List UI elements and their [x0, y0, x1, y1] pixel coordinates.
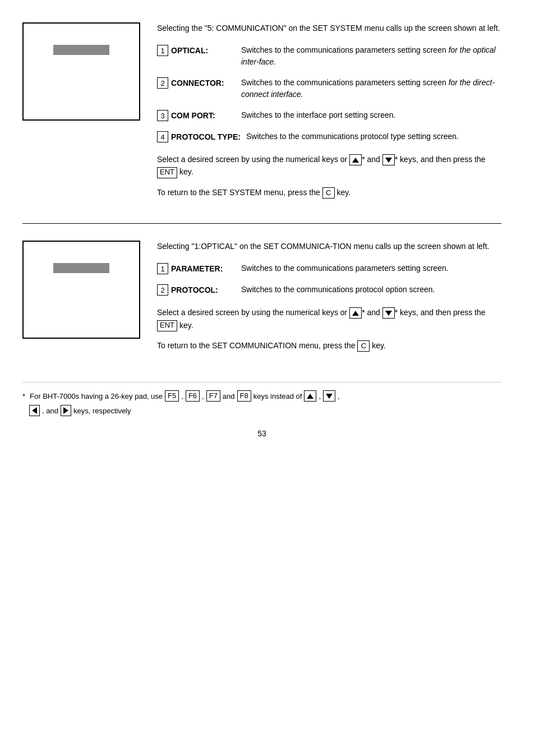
- menu-item-optical: 1 OPTICAL: Switches to the communication…: [157, 44, 501, 68]
- c-key-bottom: C: [357, 340, 370, 352]
- menu-num-4: 4: [157, 131, 168, 142]
- left-arrow-footnote: [29, 405, 40, 416]
- footnote-text-1: For BHT-7000s having a 26-key pad, use: [30, 390, 163, 403]
- right-arrow-footnote: [61, 405, 71, 416]
- menu-item-comport: 3 COM PORT: Switches to the interface po…: [157, 109, 501, 122]
- menu-label-connector: CONNECTOR:: [168, 77, 241, 89]
- bottom-screen-bar: [53, 263, 109, 273]
- footnote-comma-2: ,: [202, 390, 204, 403]
- menu-num-2: 2: [157, 77, 168, 89]
- menu-desc-parameter: Switches to the communications parameter…: [241, 262, 501, 274]
- up-arrow-icon-bottom: [352, 311, 359, 316]
- footnote-text-4: keys, respectively: [73, 405, 131, 417]
- menu-desc-protocol: Switches to the communications protocol …: [241, 284, 501, 296]
- footnote-section: * For BHT-7000s having a 26-key pad, use…: [22, 382, 501, 417]
- f8-key: F8: [237, 390, 251, 402]
- menu-label-comport: COM PORT:: [168, 110, 241, 122]
- f5-key: F5: [165, 390, 179, 402]
- top-intro: Selecting the "5: COMMUNICATION" on the …: [157, 22, 501, 34]
- down-arrow-footnote: [323, 390, 335, 402]
- footnote-line-2: , and keys, respectively: [22, 405, 501, 417]
- top-screen-bar: [53, 45, 109, 55]
- top-content: Selecting the "5: COMMUNICATION" on the …: [157, 22, 501, 206]
- menu-item-protocol-type: 4 PROTOCOL TYPE: Switches to the communi…: [157, 131, 501, 143]
- footnote-comma-4: ,: [338, 390, 340, 403]
- left-arrow-icon-footnote: [32, 407, 37, 414]
- menu-label-protocol: PROTOCOL:: [168, 284, 241, 296]
- down-arrow-box-bottom: [382, 307, 395, 319]
- top-section: Selecting the "5: COMMUNICATION" on the …: [22, 22, 501, 206]
- top-instruction-1: Select a desired screen by using the num…: [157, 153, 501, 178]
- top-screen-box: [22, 22, 140, 121]
- menu-num-3: 3: [157, 110, 168, 121]
- ent-key-top: ENT: [157, 167, 177, 178]
- c-key-top: C: [322, 187, 335, 199]
- bottom-section: Selecting "1:OPTICAL" on the SET COMMUNI…: [22, 241, 501, 359]
- footnote-comma-1: ,: [181, 390, 183, 403]
- bottom-screen-box: [22, 241, 140, 339]
- ent-key-bottom: ENT: [157, 320, 177, 331]
- bottom-intro: Selecting "1:OPTICAL" on the SET COMMUNI…: [157, 241, 501, 252]
- bottom-instruction-1: Select a desired screen by using the num…: [157, 306, 501, 331]
- menu-desc-optical: Switches to the communications parameter…: [241, 44, 501, 68]
- top-instruction-2: To return to the SET SYSTEM menu, press …: [157, 186, 501, 199]
- menu-desc-comport: Switches to the interface port setting s…: [241, 109, 501, 121]
- bottom-menu-items: 1 PARAMETER: Switches to the communicati…: [157, 262, 501, 296]
- menu-label-parameter: PARAMETER:: [168, 263, 241, 275]
- f7-key: F7: [206, 390, 220, 402]
- up-arrow-box-bottom: [349, 307, 362, 319]
- down-arrow-icon-top: [385, 158, 392, 163]
- menu-label-protocol-type: PROTOCOL TYPE:: [168, 131, 246, 143]
- section-divider: [22, 223, 501, 224]
- up-arrow-footnote: [304, 390, 316, 402]
- menu-item-connector: 2 CONNECTOR: Switches to the communicati…: [157, 77, 501, 100]
- bottom-content: Selecting "1:OPTICAL" on the SET COMMUNI…: [157, 241, 501, 359]
- footnote-comma-3: ,: [319, 390, 321, 403]
- footnote-asterisk: *: [22, 390, 25, 403]
- menu-num-b1: 1: [157, 263, 168, 274]
- footnote-text-2: keys instead of: [253, 390, 302, 403]
- down-arrow-box-top: [382, 154, 395, 165]
- menu-num-1: 1: [157, 45, 168, 56]
- menu-item-parameter: 1 PARAMETER: Switches to the communicati…: [157, 262, 501, 275]
- up-arrow-icon-top: [352, 158, 359, 163]
- menu-desc-connector: Switches to the communications parameter…: [241, 77, 501, 100]
- bottom-instruction-2: To return to the SET COMMUNICATION menu,…: [157, 339, 501, 352]
- down-arrow-icon-bottom: [385, 311, 392, 316]
- page: Selecting the "5: COMMUNICATION" on the …: [0, 0, 535, 756]
- right-arrow-icon-footnote: [63, 407, 68, 414]
- down-arrow-icon-footnote: [326, 394, 333, 399]
- footnote-line-1: * For BHT-7000s having a 26-key pad, use…: [22, 390, 501, 403]
- up-arrow-icon-footnote: [307, 394, 313, 399]
- page-number: 53: [22, 429, 501, 438]
- footnote-and: and: [223, 390, 235, 403]
- footnote-text-3: , and: [42, 405, 58, 417]
- menu-label-optical: OPTICAL:: [168, 45, 241, 57]
- up-arrow-box-top: [349, 154, 362, 165]
- f6-key: F6: [186, 390, 200, 402]
- menu-item-protocol: 2 PROTOCOL: Switches to the communicatio…: [157, 284, 501, 296]
- menu-desc-protocol-type: Switches to the communications protocol …: [246, 131, 501, 142]
- top-menu-items: 1 OPTICAL: Switches to the communication…: [157, 44, 501, 143]
- menu-num-b2: 2: [157, 284, 168, 296]
